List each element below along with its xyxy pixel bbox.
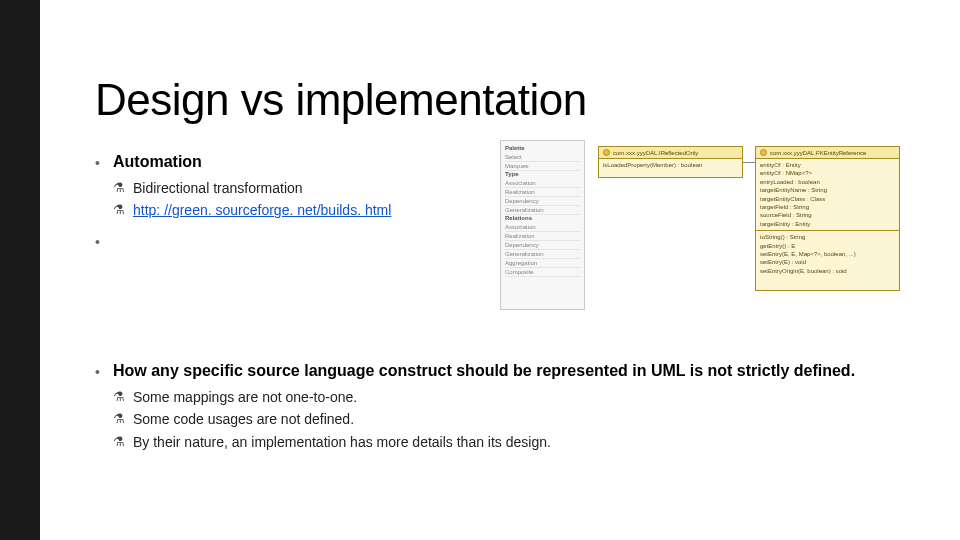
connector-line xyxy=(743,162,755,163)
sub-text: By their nature, an implementation has m… xyxy=(133,434,551,450)
sub-bullet-icon: ⚗ xyxy=(113,432,125,453)
sub-bullet-icon: ⚗ xyxy=(113,178,125,199)
link[interactable]: http: //green. sourceforge. net/builds. … xyxy=(133,202,391,218)
diagram-canvas: com.xxx.yyyDAL.IReflectedOnly isLoadedPr… xyxy=(590,140,905,310)
class-method: getEntry() : E xyxy=(760,242,895,250)
left-accent-band xyxy=(0,0,40,540)
palette-row: Realization xyxy=(505,232,580,241)
uml-class-a: com.xxx.yyyDAL.IReflectedOnly isLoadedPr… xyxy=(598,146,743,178)
palette-row: Association xyxy=(505,223,580,232)
sub-text: Some mappings are not one-to-one. xyxy=(133,389,357,405)
class-name-row: com.xxx.yyyDAL.IReflectedOnly xyxy=(599,147,742,159)
sub-text: Bidirectional transformation xyxy=(133,180,303,196)
uml-figure: Palette Select Marquee Type Association … xyxy=(500,140,905,310)
palette-row: Dependency xyxy=(505,197,580,206)
slide: Design vs implementation Automation ⚗ Bi… xyxy=(0,0,960,540)
class-member: targetEntityName : String xyxy=(760,186,895,194)
class-body: entityOf : Entity entityOf : NMap<?> ent… xyxy=(756,159,899,277)
sub-bullet-icon: ⚗ xyxy=(113,200,125,221)
palette-row: Association xyxy=(505,179,580,188)
class-member: entityOf : NMap<?> xyxy=(760,169,895,177)
class-method: setEntry(E) : void xyxy=(760,258,895,266)
class-icon xyxy=(603,149,610,156)
sub-bullet-icon: ⚗ xyxy=(113,409,125,430)
palette-row: Realization xyxy=(505,188,580,197)
sub-list: ⚗ Some mappings are not one-to-one. ⚗ So… xyxy=(113,386,920,453)
class-member: entryLoaded : boolean xyxy=(760,178,895,186)
palette-row: Composite xyxy=(505,268,580,277)
class-name: com.xxx.yyyDAL.FKEntityReference xyxy=(770,150,866,156)
class-name: com.xxx.yyyDAL.IReflectedOnly xyxy=(613,150,698,156)
palette-row: Generalization xyxy=(505,250,580,259)
slide-title: Design vs implementation xyxy=(95,75,920,125)
class-member: entityOf : Entity xyxy=(760,161,895,169)
palette-row: Aggregation xyxy=(505,259,580,268)
palette-row: Generalization xyxy=(505,206,580,215)
sub-item: ⚗ Some mappings are not one-to-one. xyxy=(113,386,920,408)
palette-panel: Palette Select Marquee Type Association … xyxy=(500,140,585,310)
class-member: isLoadedProperty(Member) : boolean xyxy=(603,161,738,169)
bullet-head: Automation xyxy=(113,153,202,170)
sub-item: ⚗ By their nature, an implementation has… xyxy=(113,431,920,453)
class-method: setEntry(E, E, Map<?>, boolean, ...) xyxy=(760,250,895,258)
palette-row: Relations xyxy=(505,215,580,221)
palette-row: Select xyxy=(505,153,580,162)
class-member: sourceField : String xyxy=(760,211,895,219)
palette-row: Marquee xyxy=(505,162,580,171)
class-method: setEntryOrigin(E, boolean) : void xyxy=(760,267,895,275)
bullet-item: How any specific source language constru… xyxy=(95,362,920,453)
uml-class-b: com.xxx.yyyDAL.FKEntityReference entityO… xyxy=(755,146,900,291)
class-body: isLoadedProperty(Member) : boolean xyxy=(599,159,742,171)
sub-text: Some code usages are not defined. xyxy=(133,411,354,427)
class-icon xyxy=(760,149,767,156)
class-divider xyxy=(756,230,899,231)
palette-header: Palette xyxy=(505,145,580,151)
sub-item: ⚗ Some code usages are not defined. xyxy=(113,408,920,430)
class-member: targetField : String xyxy=(760,203,895,211)
class-name-row: com.xxx.yyyDAL.FKEntityReference xyxy=(756,147,899,159)
palette-row: Dependency xyxy=(505,241,580,250)
class-method: toString() : String xyxy=(760,233,895,241)
bullet-head: How any specific source language constru… xyxy=(113,362,855,379)
class-member: targetEntity : Entity xyxy=(760,220,895,228)
sub-bullet-icon: ⚗ xyxy=(113,387,125,408)
class-member: targetEntityClass : Class xyxy=(760,195,895,203)
palette-row: Type xyxy=(505,171,580,177)
